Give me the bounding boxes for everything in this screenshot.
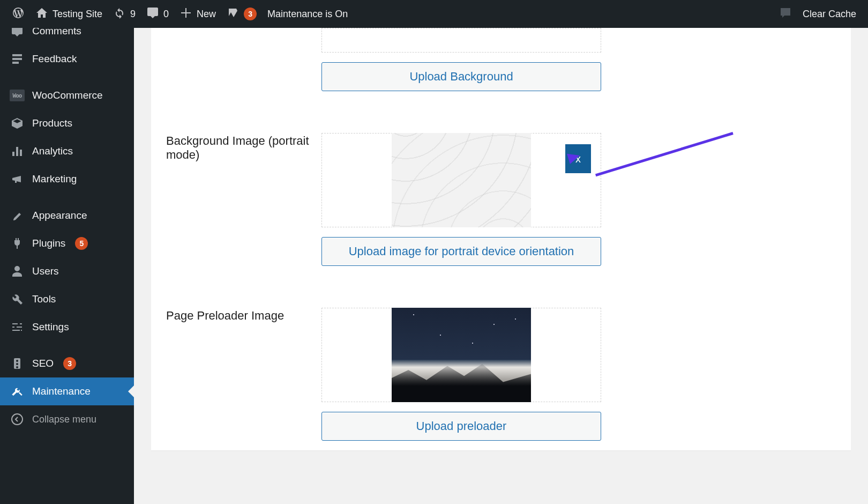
field-portrait: x [321, 133, 836, 227]
clear-cache-item[interactable]: Clear Cache [797, 0, 862, 28]
site-name-text: Testing Site [53, 9, 102, 20]
sidebar-item-maintenance[interactable]: Maintenance [0, 377, 134, 405]
row-portrait-btn: Upload image for portrait device orienta… [166, 237, 836, 276]
megaphone-icon [10, 172, 25, 187]
sidebar-item-label: Users [32, 265, 59, 277]
row-preloader: Page Preloader Image [166, 276, 836, 412]
sidebar-item-label: Feedback [32, 53, 77, 65]
sidebar-item-analytics[interactable]: Analytics [0, 137, 134, 165]
maintenance-status-item[interactable]: Maintenance is On [262, 0, 353, 28]
sidebar-item-woocommerce[interactable]: Woo WooCommerce [0, 81, 134, 109]
sidebar-item-products[interactable]: Products [0, 109, 134, 137]
portrait-thumbnail [392, 133, 531, 227]
sidebar-item-marketing[interactable]: Marketing [0, 165, 134, 193]
comments-count: 0 [163, 9, 169, 20]
sidebar-item-appearance[interactable]: Appearance [0, 202, 134, 229]
preloader-label: Page Preloader Image [166, 308, 321, 323]
plug-icon [10, 236, 25, 251]
yoast-item[interactable]: 3 [221, 0, 262, 28]
row-background-btn: Upload Background [166, 62, 836, 101]
box-icon [10, 116, 25, 131]
updates-item[interactable]: 9 [108, 0, 141, 28]
portrait-label: Background Image (portrait mode) [166, 133, 321, 162]
wp-logo-item[interactable] [6, 0, 30, 28]
row-background [166, 28, 836, 62]
wordpress-icon [12, 6, 25, 22]
sidebar-item-label: Maintenance [32, 386, 91, 397]
comments-item[interactable]: 0 [141, 0, 174, 28]
plus-icon [179, 6, 192, 22]
speech-bubble-icon [10, 28, 25, 39]
sidebar-item-label: SEO [32, 358, 54, 369]
user-icon [10, 264, 25, 279]
bars-icon [10, 144, 25, 159]
admin-bar: Testing Site 9 0 New 3 Maintenance is On… [0, 0, 868, 28]
admin-sidebar: Comments Feedback Woo WooCommerce Produc… [0, 28, 134, 504]
upload-background-button[interactable]: Upload Background [321, 62, 601, 91]
plugins-badge: 5 [75, 237, 88, 250]
woo-icon: Woo [10, 88, 25, 103]
upload-portrait-button[interactable]: Upload image for portrait device orienta… [321, 237, 601, 266]
new-label: New [197, 9, 216, 20]
speech-bubble-square-icon [779, 6, 792, 22]
yoast-badge: 3 [244, 8, 257, 20]
remove-portrait-button[interactable]: x [565, 144, 591, 173]
yoast-icon [227, 6, 240, 22]
updates-count: 9 [130, 9, 136, 20]
background-preview [321, 28, 601, 53]
sidebar-item-comments[interactable]: Comments [0, 28, 134, 45]
wrench-icon [10, 292, 25, 307]
site-name-item[interactable]: Testing Site [30, 0, 108, 28]
sidebar-item-label: Appearance [32, 210, 87, 221]
field-label-empty [166, 28, 321, 29]
speech-bubble-icon [146, 6, 159, 22]
new-item[interactable]: New [174, 0, 221, 28]
svg-point-0 [12, 414, 23, 425]
sidebar-item-users[interactable]: Users [0, 257, 134, 285]
brush-icon [10, 208, 25, 223]
sidebar-item-plugins[interactable]: Plugins 5 [0, 229, 134, 257]
field-background [321, 28, 836, 53]
sidebar-item-settings[interactable]: Settings [0, 313, 134, 341]
sidebar-item-label: Tools [32, 293, 56, 305]
row-preloader-btn: Upload preloader [166, 412, 836, 450]
preloader-thumbnail [392, 308, 531, 402]
home-icon [35, 6, 48, 22]
sidebar-item-seo[interactable]: SEO 3 [0, 350, 134, 377]
upload-preloader-button[interactable]: Upload preloader [321, 412, 601, 441]
portrait-preview: x [321, 133, 601, 227]
sidebar-item-label: WooCommerce [32, 90, 103, 101]
sidebar-item-label: Plugins [32, 238, 65, 249]
collapse-icon [10, 412, 25, 427]
sidebar-item-label: Comments [32, 28, 81, 37]
maintenance-status-text: Maintenance is On [267, 9, 348, 20]
sidebar-item-label: Marketing [32, 173, 77, 185]
sliders-icon [10, 320, 25, 335]
refresh-icon [113, 6, 126, 22]
sidebar-item-label: Analytics [32, 145, 73, 157]
close-icon: x [575, 153, 581, 165]
sidebar-collapse[interactable]: Collapse menu [0, 405, 134, 433]
form-icon [10, 51, 25, 66]
sidebar-item-tools[interactable]: Tools [0, 285, 134, 313]
sidebar-item-label: Settings [32, 321, 69, 333]
howdy-item[interactable] [774, 0, 797, 28]
tools-icon [10, 384, 25, 399]
seo-badge: 3 [63, 357, 76, 370]
settings-panel: Upload Background Background Image (port… [151, 28, 851, 450]
sidebar-item-label: Products [32, 117, 72, 129]
sidebar-item-feedback[interactable]: Feedback [0, 45, 134, 73]
clear-cache-label: Clear Cache [803, 9, 856, 20]
row-portrait-image: Background Image (portrait mode) x [166, 101, 836, 237]
field-preloader [321, 308, 836, 402]
preloader-preview [321, 308, 601, 402]
sidebar-item-label: Collapse menu [32, 414, 96, 425]
content-area: Upload Background Background Image (port… [134, 28, 868, 504]
traffic-light-icon [10, 356, 25, 371]
